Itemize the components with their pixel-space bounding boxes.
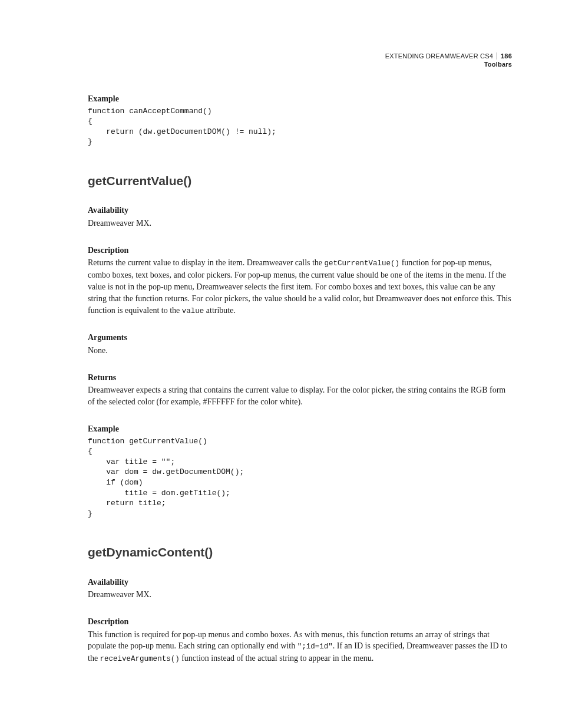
arguments-text: None. <box>88 345 512 357</box>
description-text-getcurrentvalue: Returns the current value to display in … <box>88 257 512 317</box>
arguments-label: Arguments <box>88 332 512 344</box>
inline-code: getCurrentValue() <box>325 259 400 268</box>
header-section: Toolbars <box>385 60 512 68</box>
availability-text: Dreamweaver MX. <box>88 218 512 229</box>
page-content: Example function canAcceptCommand() { re… <box>88 52 512 665</box>
page-header: EXTENDING DREAMWEAVER CS4186 Toolbars <box>385 52 512 69</box>
availability-text: Dreamweaver MX. <box>88 589 512 601</box>
example-label: Example <box>88 93 512 105</box>
inline-code: value <box>182 307 204 315</box>
code-can-accept-command: function canAcceptCommand() { return (dw… <box>88 106 512 147</box>
description-label: Description <box>88 245 512 256</box>
page-number: 186 <box>497 52 512 60</box>
example-label: Example <box>88 423 512 435</box>
heading-getdynamiccontent: getDynamicContent() <box>88 543 512 561</box>
returns-text: Dreamweaver expects a string that contai… <box>88 384 512 408</box>
returns-label: Returns <box>88 372 512 384</box>
description-label: Description <box>88 616 512 628</box>
inline-code: receiveArguments() <box>100 655 180 663</box>
availability-label: Availability <box>88 577 512 588</box>
code-getcurrentvalue: function getCurrentValue() { var title =… <box>88 436 512 519</box>
description-text-getdynamiccontent: This function is required for pop-up men… <box>88 629 512 665</box>
inline-code: ";id=id" <box>297 643 333 651</box>
availability-label: Availability <box>88 205 512 216</box>
header-doc-title: EXTENDING DREAMWEAVER CS4186 <box>385 52 512 60</box>
heading-getcurrentvalue: getCurrentValue() <box>88 172 512 189</box>
